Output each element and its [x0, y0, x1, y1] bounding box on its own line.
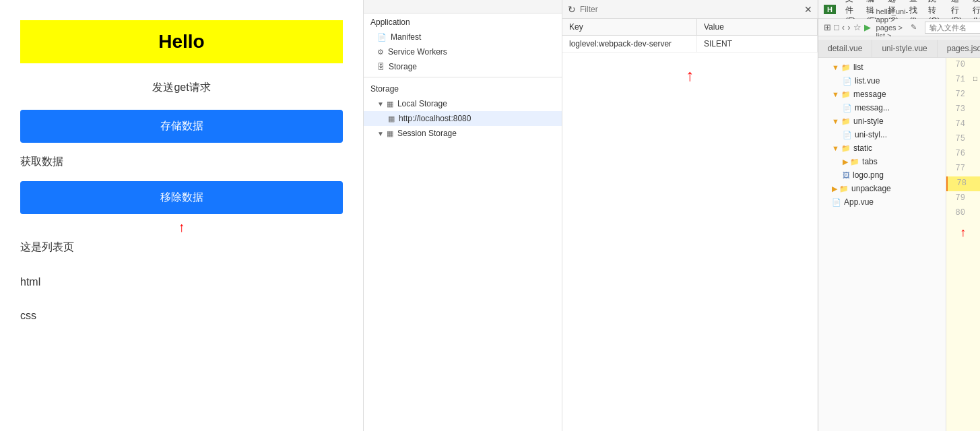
folder-icon-unpackage: ▶ 📁 [832, 185, 849, 193]
folder-icon-message: ▼ 📁 [832, 90, 851, 99]
tree-folder-unpackage[interactable]: ▶ 📁 unpackage [818, 182, 946, 195]
tab-pages-json[interactable]: pages.json | hello_uni-app [938, 40, 980, 57]
code-line-76: 76 // } [946, 147, 980, 162]
folder-icon-unistyle: ▼ 📁 [832, 117, 851, 126]
arrow-down-icon: ↑ [0, 220, 363, 235]
devtools-topbar [364, 0, 562, 13]
toolbar-star-icon[interactable]: ☆ [853, 22, 861, 32]
code-arrow-up-icon: ↑ [946, 224, 980, 243]
kv-header: Key Value [562, 19, 818, 36]
file-icon: 📄 [843, 77, 852, 86]
folder-icon-tabs: ▶ 📁 [843, 158, 859, 166]
ide-panel: H 文件(F) 编辑(E) 选择(S) 查找(I) 跳转(G) 运行(R) 发行… [818, 0, 980, 431]
code-line-74: 74 // success() { [946, 117, 980, 132]
toolbar-forward-icon[interactable]: › [847, 22, 850, 32]
local-storage-group[interactable]: ▼ ▦ Local Storage [364, 96, 562, 111]
toolbar-file-icon[interactable]: □ [834, 22, 839, 32]
tree-file-appvue[interactable]: 📄 App.vue [818, 195, 946, 209]
file-icon-unistyle: 📄 [843, 131, 852, 139]
tree-file-unistyle[interactable]: 📄 uni-styl... [818, 128, 946, 141]
kv-panel: ↻ ✕ Key Value loglevel:webpack-dev-serve… [562, 0, 818, 431]
code-line-75: 75 // console.log("移除成功") [946, 132, 980, 147]
ide-body: ▼ 📁 list 📄 list.vue ▼ 📁 message 📄 messag… [818, 58, 980, 431]
remove-data-button[interactable]: 移除数据 [20, 181, 343, 214]
kv-value: SILENT [697, 36, 818, 52]
toolbar-code-icon[interactable]: ⊞ [824, 22, 831, 32]
get-request-link[interactable]: 发送get请求 [20, 73, 343, 103]
code-line-72: 72 // uni.removeStorage({ [946, 88, 980, 102]
file-icon-message: 📄 [843, 104, 852, 112]
tree-file-list-vue[interactable]: 📄 list.vue [818, 74, 946, 88]
service-workers-item[interactable]: ⚙ Service Workers [364, 44, 562, 59]
kv-toolbar: ↻ ✕ [562, 0, 818, 19]
key-header: Key [562, 19, 697, 35]
filter-input[interactable] [580, 5, 800, 14]
code-line-77: 77 // }) [946, 162, 980, 176]
storage-section-title: Storage [364, 80, 562, 96]
title-h-icon: H [824, 5, 836, 14]
tree-folder-list[interactable]: ▼ 📁 list [818, 61, 946, 74]
storage-item[interactable]: 🗄 Storage [364, 59, 562, 74]
ide-tabs: detail.vue uni-style.vue pages.json | he… [818, 36, 980, 58]
tree-folder-unistyle[interactable]: ▼ 📁 uni-style [818, 114, 946, 128]
local-storage-icon: ▦ [387, 100, 393, 108]
session-storage-icon: ▦ [387, 129, 393, 138]
tab-uni-style-vue[interactable]: uni-style.vue [872, 40, 937, 57]
tree-folder-tabs[interactable]: ▶ 📁 tabs [818, 155, 946, 168]
file-icon-logo: 🖼 [843, 171, 850, 179]
folder-icon: ▼ 📁 [832, 63, 851, 72]
hello-banner: Hello [20, 20, 343, 63]
application-title: Application [364, 13, 562, 30]
devtools-panel: Application 📄 Manifest ⚙ Service Workers… [364, 0, 562, 431]
manifest-icon: 📄 [377, 33, 387, 42]
browser-preview: Hello 发送get请求 存储数据 获取数据 移除数据 ↑ 这是列表页 htm… [0, 0, 364, 431]
manifest-item[interactable]: 📄 Manifest [364, 30, 562, 44]
code-line-78: 78 uni.removeStorageSync("id") [946, 176, 980, 191]
arrow-up-icon: ↑ [562, 66, 818, 85]
folder-icon-static: ▼ 📁 [832, 144, 851, 153]
localhost-icon: ▦ [388, 114, 395, 123]
divider [364, 77, 562, 77]
localhost-item[interactable]: ▦ http://localhost:8080 [364, 111, 562, 126]
toolbar-run-icon[interactable]: ▶ [864, 22, 871, 32]
tree-folder-static[interactable]: ▼ 📁 static [818, 141, 946, 155]
code-line-70: 70 }, [946, 58, 980, 73]
kv-row[interactable]: loglevel:webpack-dev-server SILENT [562, 36, 818, 53]
storage-icon: 🗄 [377, 63, 385, 71]
session-storage-group[interactable]: ▼ ▦ Session Storage [364, 126, 562, 141]
kv-key: loglevel:webpack-dev-server [562, 36, 697, 52]
tree-file-message[interactable]: 📄 messag... [818, 101, 946, 114]
ide-toolbar: ⊞ □ ‹ › ☆ ▶ hello_uni-app > pages > list… [818, 19, 980, 36]
code-line-79: 79 } [946, 191, 980, 206]
code-editor[interactable]: 70 }, 71 □ removeStorage(){ 72 // uni.re… [946, 58, 980, 431]
service-workers-icon: ⚙ [377, 48, 384, 57]
toolbar-edit-icon[interactable]: ✎ [911, 23, 917, 32]
get-data-text: 获取数据 [0, 147, 363, 177]
code-line-80: 80 } [946, 206, 980, 221]
code-line-73: 73 // key:"id", [946, 102, 980, 117]
filename-input[interactable] [925, 22, 980, 34]
close-icon[interactable]: ✕ [804, 4, 812, 15]
html-label: html [0, 272, 363, 292]
file-tree: ▼ 📁 list 📄 list.vue ▼ 📁 message 📄 messag… [818, 58, 946, 431]
store-data-button[interactable]: 存储数据 [20, 110, 343, 143]
tree-file-logo[interactable]: 🖼 logo.png [818, 168, 946, 182]
file-icon-appvue: 📄 [832, 198, 841, 207]
toolbar-back-icon[interactable]: ‹ [842, 22, 845, 32]
value-header: Value [697, 19, 818, 35]
tree-folder-message[interactable]: ▼ 📁 message [818, 88, 946, 101]
refresh-icon[interactable]: ↻ [568, 4, 576, 15]
tab-detail-vue[interactable]: detail.vue [818, 40, 872, 57]
list-page-label: 这是列表页 [0, 236, 363, 259]
css-label: css [0, 306, 363, 326]
code-line-71: 71 □ removeStorage(){ [946, 73, 980, 88]
